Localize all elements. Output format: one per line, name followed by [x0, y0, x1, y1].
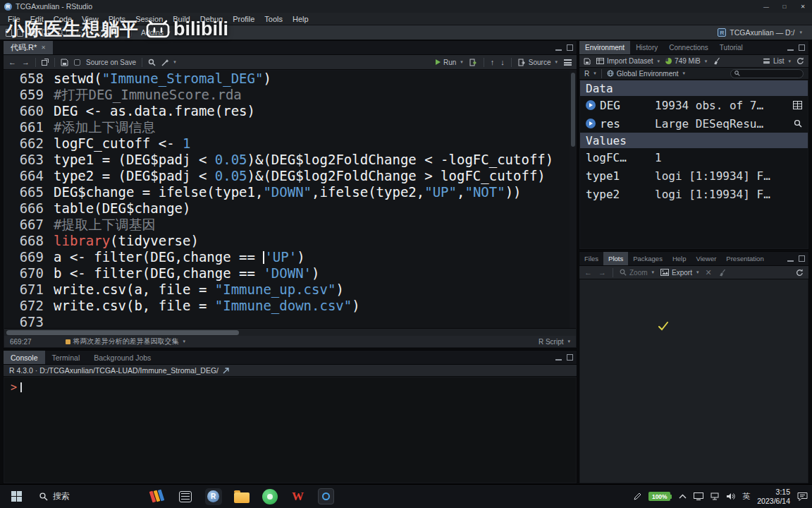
code-line-658[interactable]: 658setwd("Immune_Stromal_DEG") [4, 71, 576, 87]
menu-build[interactable]: Build [168, 13, 195, 25]
code-line-665[interactable]: 665DEG$change = ifelse(type1,"DOWN",ifel… [4, 184, 576, 200]
minimize-pane-icon[interactable] [787, 256, 794, 262]
code-line-671[interactable]: 671write.csv(a, file = "Immune_up.csv") [4, 282, 576, 298]
menu-debug[interactable]: Debug [195, 13, 228, 25]
document-outline-icon[interactable] [564, 59, 572, 66]
environment-search[interactable] [730, 69, 804, 78]
remove-plot-icon[interactable]: ✕ [706, 268, 712, 277]
tab-tutorial[interactable]: Tutorial [714, 41, 749, 54]
forward-icon[interactable]: → [22, 58, 30, 66]
addins-menu[interactable]: Addins [141, 28, 171, 37]
menu-view[interactable]: View [77, 13, 104, 25]
language-selector[interactable]: R [584, 70, 596, 78]
notification-center-icon[interactable] [797, 492, 808, 501]
refresh-icon[interactable] [796, 269, 804, 277]
network-icon[interactable] [710, 492, 719, 500]
input-language-indicator[interactable]: 英 [742, 491, 750, 502]
menu-session[interactable]: Session [130, 13, 168, 25]
next-plot-icon[interactable]: → [598, 268, 606, 277]
tab-presentation[interactable]: Presentation [721, 252, 768, 265]
object-row-type2[interactable]: type2 logi [1:19934] F… [580, 185, 808, 203]
expand-object-icon[interactable] [586, 100, 596, 110]
next-chunk-icon[interactable]: ↓ [500, 58, 505, 66]
code-line-667[interactable]: 667#提取上下调基因 [4, 217, 576, 233]
horizontal-scroll-thumb[interactable] [6, 330, 239, 335]
close-button[interactable]: ✕ [794, 0, 812, 13]
battery-indicator[interactable]: 100% [648, 492, 672, 501]
code-line-666[interactable]: 666table(DEG$change) [4, 200, 576, 217]
editor-tab[interactable]: 代码.R* ✕ [4, 41, 53, 54]
find-replace-icon[interactable] [148, 59, 156, 66]
file-type-selector[interactable]: R Script [539, 338, 570, 346]
open-file-icon[interactable] [28, 30, 37, 36]
environment-search-input[interactable] [743, 70, 799, 77]
menu-file[interactable]: File [3, 13, 25, 25]
open-in-new-window-icon[interactable] [223, 368, 229, 374]
object-row-deg[interactable]: DEG 19934 obs. of 7… [580, 96, 808, 114]
code-line-660[interactable]: 660DEG <- as.data.frame(res) [4, 103, 576, 119]
export-button[interactable]: Export [660, 269, 699, 277]
code-line-668[interactable]: 668library(tidyverse) [4, 233, 576, 249]
goto-file-search[interactable] [54, 28, 132, 37]
editor-horizontal-scrollbar[interactable] [4, 328, 576, 336]
new-project-icon[interactable] [17, 29, 23, 37]
tab-packages[interactable]: Packages [628, 252, 668, 265]
screen-recorder-icon[interactable] [316, 487, 336, 506]
books-app-icon[interactable] [147, 487, 166, 506]
tab-viewer[interactable]: Viewer [691, 252, 721, 265]
save-file-icon[interactable] [61, 59, 68, 66]
code-line-673[interactable]: 673 [4, 314, 576, 328]
taskview-icon[interactable] [176, 487, 195, 506]
list-view-selector[interactable]: List [763, 57, 791, 65]
maximize-pane-icon[interactable] [567, 44, 573, 51]
menu-tools[interactable]: Tools [259, 13, 288, 25]
run-button[interactable]: Run [436, 59, 463, 66]
minimize-pane-icon[interactable] [555, 45, 562, 51]
tab-connections[interactable]: Connections [663, 41, 714, 54]
console-input-area[interactable]: > [4, 377, 576, 483]
volume-icon[interactable] [726, 492, 735, 500]
tab-background-jobs[interactable]: Background Jobs [87, 351, 158, 364]
clear-workspace-icon[interactable] [713, 57, 720, 65]
minimize-pane-icon[interactable] [555, 355, 562, 361]
minimize-button[interactable]: — [757, 0, 775, 13]
source-button[interactable]: Source [518, 59, 558, 66]
code-line-672[interactable]: 672write.csv(b, file = "Immune_down.csv"… [4, 298, 576, 314]
editor-vertical-scrollbar[interactable] [570, 71, 576, 328]
rerun-icon[interactable] [469, 59, 477, 66]
start-button[interactable] [0, 485, 32, 508]
import-dataset-button[interactable]: Import Dataset [596, 57, 660, 65]
code-line-670[interactable]: 670b <- filter(DEG,change == 'DOWN') [4, 265, 576, 282]
minimize-pane-icon[interactable] [787, 45, 794, 51]
clear-plots-icon[interactable] [718, 269, 726, 277]
source-on-save-checkbox[interactable] [74, 59, 80, 66]
object-row-logfc[interactable]: logFC… 1 [580, 148, 808, 167]
maximize-button[interactable]: □ [775, 0, 794, 13]
code-tools-icon[interactable] [161, 59, 176, 66]
pen-icon[interactable] [633, 492, 641, 501]
rstudio-taskbar-icon[interactable]: R [204, 487, 223, 506]
expand-object-icon[interactable] [586, 119, 596, 128]
code-line-669[interactable]: 669a <- filter(DEG,change == 'UP') [4, 249, 576, 265]
maximize-pane-icon[interactable] [799, 255, 805, 262]
object-row-type1[interactable]: type1 logi [1:19934] F… [580, 167, 808, 185]
code-line-662[interactable]: 662logFC_cutoff <- 1 [4, 135, 576, 152]
view-table-icon[interactable] [793, 101, 802, 109]
taskbar-clock[interactable]: 3:15 2023/6/14 [757, 488, 790, 505]
menu-help[interactable]: Help [288, 13, 314, 25]
vertical-scroll-thumb[interactable] [571, 73, 575, 147]
save-workspace-icon[interactable] [584, 58, 591, 65]
project-selector[interactable]: R TCGAxunlian — D:/ [718, 28, 806, 37]
monitor-icon[interactable] [694, 492, 703, 500]
code-line-664[interactable]: 664type2 = (DEG$padj < 0.05)&(DEG$log2Fo… [4, 168, 576, 184]
maximize-pane-icon[interactable] [799, 44, 805, 51]
menu-edit[interactable]: Edit [25, 13, 49, 25]
scope-selector[interactable]: Global Environment [607, 70, 685, 78]
code-line-661[interactable]: 661#添加上下调信息 [4, 119, 576, 135]
code-line-663[interactable]: 663type1 = (DEG$padj < 0.05)&(DEG$log2Fo… [4, 152, 576, 168]
tab-help[interactable]: Help [668, 252, 691, 265]
menu-plots[interactable]: Plots [104, 13, 130, 25]
tab-terminal[interactable]: Terminal [45, 351, 87, 364]
object-row-res[interactable]: res Large DESeqResu… [580, 114, 808, 133]
tab-files[interactable]: Files [579, 252, 603, 265]
